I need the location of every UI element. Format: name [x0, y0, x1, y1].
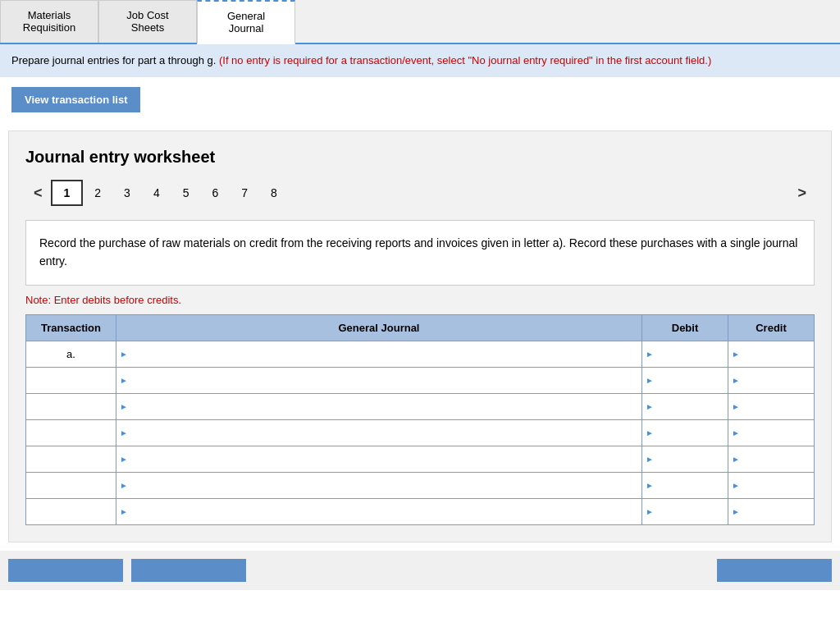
journal-cell-5[interactable]: ►: [116, 446, 642, 472]
triangle-icon-c6: ►: [732, 481, 740, 490]
next-page-button[interactable]: >: [789, 180, 815, 207]
credit-cell-2[interactable]: ►: [728, 367, 815, 393]
tab-journal[interactable]: GeneralJournal: [197, 0, 295, 44]
journal-input-4[interactable]: [130, 420, 638, 446]
credit-input-7[interactable]: [742, 499, 810, 524]
debit-input-3[interactable]: [655, 394, 724, 419]
triangle-icon-d3: ►: [646, 402, 654, 411]
triangle-icon-7: ►: [120, 507, 128, 516]
debit-input-5[interactable]: [655, 446, 724, 472]
table-row: ► ► ►: [26, 419, 815, 446]
credit-input-3[interactable]: [742, 394, 810, 419]
journal-cell-4[interactable]: ►: [116, 419, 642, 446]
triangle-icon-3: ►: [120, 402, 128, 411]
tab-journal-label: GeneralJournal: [227, 10, 265, 34]
debit-cell-7[interactable]: ►: [642, 498, 728, 524]
credit-input-4[interactable]: [742, 420, 810, 446]
journal-cell-2[interactable]: ►: [116, 367, 642, 393]
triangle-icon-d7: ►: [646, 507, 654, 516]
debit-cell-5[interactable]: ►: [642, 446, 728, 472]
journal-input-6[interactable]: [130, 473, 638, 498]
tab-jobcost-label: Job CostSheets: [126, 9, 168, 34]
table-row: ► ► ►: [26, 367, 815, 393]
debit-cell-4[interactable]: ►: [642, 419, 728, 446]
triangle-icon-d1: ►: [646, 350, 654, 359]
journal-table: Transaction General Journal Debit Credit…: [25, 314, 815, 525]
journal-cell-1[interactable]: ►: [116, 341, 642, 367]
debit-cell-3[interactable]: ►: [642, 393, 728, 419]
tab-materials[interactable]: MaterialsRequisition: [0, 0, 98, 43]
page-3-button[interactable]: 3: [112, 181, 142, 204]
transaction-label-a: a.: [26, 341, 116, 367]
bottom-button-1[interactable]: [8, 559, 123, 582]
credit-input-6[interactable]: [742, 473, 810, 498]
action-bar: View transaction list: [0, 77, 840, 122]
debit-input-1[interactable]: [655, 341, 724, 367]
triangle-icon-c1: ►: [732, 350, 740, 359]
journal-input-5[interactable]: [130, 446, 638, 472]
triangle-icon-d4: ►: [646, 428, 654, 437]
page-1-button[interactable]: 1: [51, 180, 84, 206]
page-6-button[interactable]: 6: [201, 181, 231, 204]
debit-input-6[interactable]: [655, 473, 724, 498]
triangle-icon-c5: ►: [732, 455, 740, 464]
worksheet-container: Journal entry worksheet < 1 2 3 4 5 6 7 …: [8, 130, 832, 542]
transaction-label-3: [26, 393, 116, 419]
col-credit: Credit: [728, 314, 815, 341]
credit-cell-7[interactable]: ►: [728, 498, 815, 524]
journal-cell-6[interactable]: ►: [116, 472, 642, 498]
bottom-button-2[interactable]: [131, 559, 246, 582]
triangle-icon-1: ►: [120, 350, 128, 359]
table-row: ► ► ►: [26, 472, 815, 498]
transaction-label-5: [26, 446, 116, 472]
transaction-label-6: [26, 472, 116, 498]
debit-cell-6[interactable]: ►: [642, 472, 728, 498]
debit-cell-2[interactable]: ►: [642, 367, 728, 393]
transaction-label-4: [26, 419, 116, 446]
prev-page-button[interactable]: <: [25, 180, 51, 207]
description-box: Record the purchase of raw materials on …: [25, 220, 815, 286]
credit-input-5[interactable]: [742, 446, 810, 472]
view-transaction-button[interactable]: View transaction list: [11, 87, 140, 112]
credit-input-1[interactable]: [742, 341, 810, 367]
credit-cell-5[interactable]: ►: [728, 446, 815, 472]
credit-cell-6[interactable]: ►: [728, 472, 815, 498]
table-row: a. ► ► ►: [26, 341, 815, 367]
debit-input-4[interactable]: [655, 420, 724, 446]
journal-input-3[interactable]: [130, 394, 638, 419]
worksheet-title: Journal entry worksheet: [25, 148, 815, 167]
triangle-icon-c3: ►: [732, 402, 740, 411]
col-transaction: Transaction: [26, 314, 116, 341]
triangle-icon-d5: ►: [646, 455, 654, 464]
journal-input-7[interactable]: [130, 499, 638, 524]
triangle-icon-d6: ►: [646, 481, 654, 490]
instructions-text: Prepare journal entries for part a throu…: [11, 54, 219, 66]
page-2-button[interactable]: 2: [83, 181, 112, 204]
triangle-icon-c2: ►: [732, 376, 740, 385]
credit-cell-4[interactable]: ►: [728, 419, 815, 446]
debit-cell-1[interactable]: ►: [642, 341, 728, 367]
debit-input-2[interactable]: [655, 368, 724, 393]
debit-input-7[interactable]: [655, 499, 724, 524]
journal-input-1[interactable]: [130, 341, 638, 367]
page-5-button[interactable]: 5: [171, 181, 201, 204]
journal-cell-3[interactable]: ►: [116, 393, 642, 419]
table-row: ► ► ►: [26, 446, 815, 472]
description-text: Record the purchase of raw materials on …: [39, 236, 797, 268]
credit-cell-1[interactable]: ►: [728, 341, 815, 367]
bottom-button-3[interactable]: [717, 559, 832, 582]
triangle-icon-2: ►: [120, 376, 128, 385]
tab-jobcost[interactable]: Job CostSheets: [98, 0, 197, 43]
triangle-icon-c7: ►: [732, 507, 740, 516]
journal-cell-7[interactable]: ►: [116, 498, 642, 524]
triangle-icon-6: ►: [120, 481, 128, 490]
journal-input-2[interactable]: [130, 368, 638, 393]
credit-cell-3[interactable]: ►: [728, 393, 815, 419]
page-7-button[interactable]: 7: [230, 181, 259, 204]
bottom-bar: [0, 551, 840, 590]
page-4-button[interactable]: 4: [142, 181, 171, 204]
credit-input-2[interactable]: [742, 368, 810, 393]
page-8-button[interactable]: 8: [259, 181, 289, 204]
triangle-icon-5: ►: [120, 455, 128, 464]
tab-materials-label: MaterialsRequisition: [23, 9, 75, 34]
